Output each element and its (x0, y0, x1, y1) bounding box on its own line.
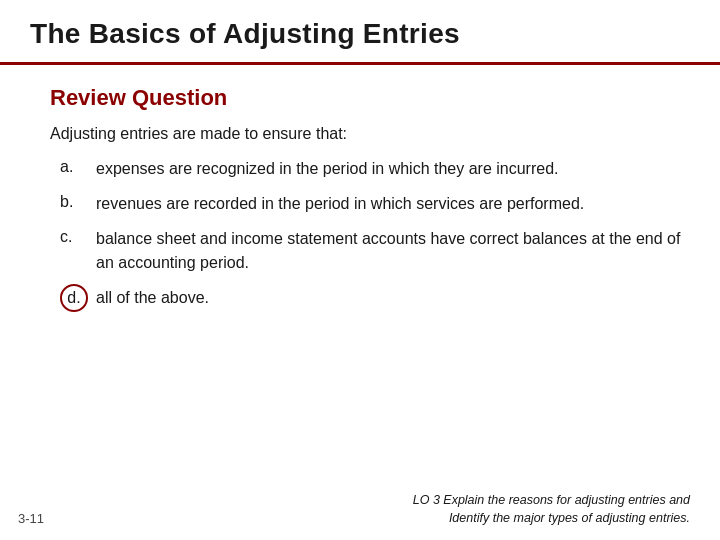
option-a-text: expenses are recognized in the period in… (88, 157, 559, 180)
option-c-text: balance sheet and income statement accou… (88, 227, 690, 273)
slide: The Basics of Adjusting Entries Review Q… (0, 0, 720, 540)
slide-content: Review Question Adjusting entries are ma… (0, 65, 720, 334)
review-question-label: Review Question (50, 85, 690, 111)
option-a: a. expenses are recognized in the period… (60, 157, 690, 180)
option-d-text: all of the above. (88, 286, 209, 309)
option-a-letter: a. (60, 157, 88, 176)
slide-header: The Basics of Adjusting Entries (0, 0, 720, 65)
options-list: a. expenses are recognized in the period… (50, 157, 690, 312)
option-d-letter: d. (60, 284, 88, 312)
option-c: c. balance sheet and income statement ac… (60, 227, 690, 273)
option-b-text: revenues are recorded in the period in w… (88, 192, 584, 215)
slide-title: The Basics of Adjusting Entries (30, 18, 460, 49)
option-b-letter: b. (60, 192, 88, 211)
option-d: d. all of the above. (60, 286, 690, 312)
slide-footer: LO 3 Explain the reasons for adjusting e… (413, 491, 690, 529)
question-intro: Adjusting entries are made to ensure tha… (50, 125, 690, 143)
footer-line1: LO 3 Explain the reasons for adjusting e… (413, 491, 690, 510)
option-c-letter: c. (60, 227, 88, 246)
option-b: b. revenues are recorded in the period i… (60, 192, 690, 215)
slide-number: 3-11 (18, 511, 44, 526)
footer-line2: Identify the major types of adjusting en… (413, 509, 690, 528)
